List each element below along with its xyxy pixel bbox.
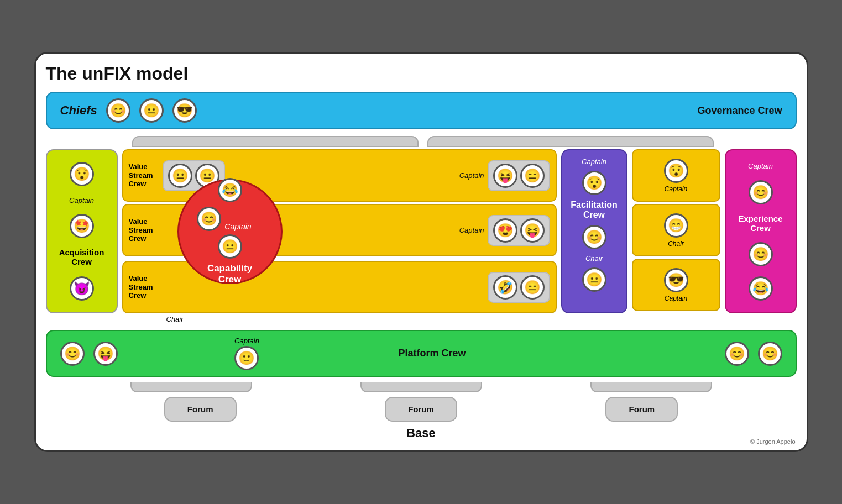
cap-emoji-3: 😐 [218, 234, 242, 259]
cap-emoji-1: 😂 [218, 178, 242, 202]
right-yellow-column: 😯 Captain 😁 Chair 😎 Captain [632, 149, 720, 313]
chief-emoji-1: 😊 [106, 98, 130, 123]
vs2-name: ValueStreamCrew [129, 217, 159, 243]
plat-emoji-1: 😊 [60, 342, 85, 366]
governance-crew-bar: Chiefs 😊 😐 😎 Governance Crew [46, 92, 797, 129]
vs1-captain-label: Captain [459, 171, 484, 180]
capability-crew-wrapper: 😂 😊 Captain 😐 CapabilityCrew [177, 179, 283, 284]
acq-emoji-2: 🤩 [70, 214, 94, 238]
right-col-emoji-3: 😎 [664, 268, 688, 292]
fac-emoji-2: 😊 [582, 225, 606, 249]
platform-crew-bar: 😊 😝 Captain 🙂 Platform Crew 😊 😊 [46, 330, 797, 377]
vs1-right-inner: 😝 😑 [488, 160, 550, 191]
vs3-emoji-1: 🤣 [493, 275, 517, 300]
right-col-label-2: Chair [668, 240, 684, 248]
cap-crew-name: CapabilityCrew [207, 263, 252, 285]
vs3-emoji-2: 😑 [520, 275, 545, 300]
value-streams-container: ValueStreamCrew 😐 😐 Captain 😝 😑 ValueStr… [122, 149, 557, 313]
vs1-name: ValueStreamCrew [129, 162, 159, 188]
fac-crew-name: FacilitationCrew [571, 200, 617, 220]
acq-emoji-1: 😯 [70, 162, 94, 186]
fac-emoji-1: 😯 [582, 171, 606, 195]
vs2-emoji-1: 😍 [493, 218, 517, 243]
chief-emoji-3: 😎 [172, 98, 197, 123]
acq-emoji-3: 😈 [70, 276, 94, 301]
vs1-emoji-4: 😑 [520, 164, 545, 188]
forum-1: Forum [164, 397, 237, 422]
facilitation-crew-panel: Captain 😯 FacilitationCrew 😊 Chair 😐 - [561, 149, 627, 313]
right-col-label-3: Captain [665, 295, 687, 302]
vs2-right-inner: 😍 😝 [488, 215, 550, 246]
vs-chair-bottom-label: Chair [166, 315, 184, 323]
right-col-emoji-1: 😯 [664, 159, 688, 183]
acq-crew-name: AcquisitionCrew [59, 248, 104, 266]
fac-emoji-3: 😐 [582, 267, 606, 292]
forum-3: Forum [605, 397, 678, 422]
chief-emoji-2: 😐 [139, 98, 164, 123]
base-label: Base [46, 426, 797, 440]
exp-emoji-3: 😂 [749, 276, 773, 301]
fac-chair-label: Chair [585, 254, 603, 262]
acq-captain-label-1: Captain [69, 196, 94, 204]
vs2-emoji-2: 😝 [520, 218, 545, 243]
governance-crew-label: Governance Crew [697, 105, 782, 117]
exp-crew-name: ExperienceCrew [738, 214, 782, 233]
vs3-right-inner: 🤣 😑 [488, 272, 550, 303]
exp-emoji-2: 😊 [749, 242, 773, 266]
vs3-name: ValueStreamCrew [129, 274, 159, 300]
chiefs-label: Chiefs [60, 103, 97, 118]
plat-emoji-2: 😝 [93, 342, 118, 366]
exp-captain-label-1: Captain [748, 162, 773, 170]
cap-captain-label: Captain [224, 222, 251, 231]
cap-emoji-2: 😊 [197, 207, 221, 231]
plat-emoji-5: 😊 [758, 342, 782, 366]
plat-captain-label: Captain [234, 337, 259, 345]
plat-emoji-4: 😊 [725, 342, 749, 366]
capability-crew-circle: 😂 😊 Captain 😐 CapabilityCrew [177, 179, 283, 284]
experience-crew-panel: Captain 😊 ExperienceCrew 😊 😂 [725, 149, 797, 313]
right-col-label-1: Captain [665, 185, 687, 193]
forums-row: Forum Forum Forum [46, 397, 797, 422]
plat-emoji-3: 🙂 [234, 346, 259, 370]
complex-middle-section: 😯 Captain 🤩 AcquisitionCrew 😈 ValueStrea… [46, 149, 797, 313]
copyright-label: © Jurgen Appelo [750, 438, 796, 445]
right-col-emoji-2: 😁 [664, 213, 688, 238]
vs2-captain-label: Captain [459, 226, 484, 234]
vs1-emoji-3: 😝 [493, 164, 517, 188]
acquisition-crew-panel: 😯 Captain 🤩 AcquisitionCrew 😈 [46, 149, 118, 313]
fac-captain-label-top: Captain [582, 158, 606, 166]
platform-name-label: Platform Crew [398, 348, 466, 359]
exp-emoji-1: 😊 [749, 180, 773, 204]
main-container: The unFIX model Chiefs 😊 😐 😎 Governance … [34, 52, 808, 452]
forum-2: Forum [385, 397, 457, 422]
page-title: The unFIX model [46, 64, 797, 84]
